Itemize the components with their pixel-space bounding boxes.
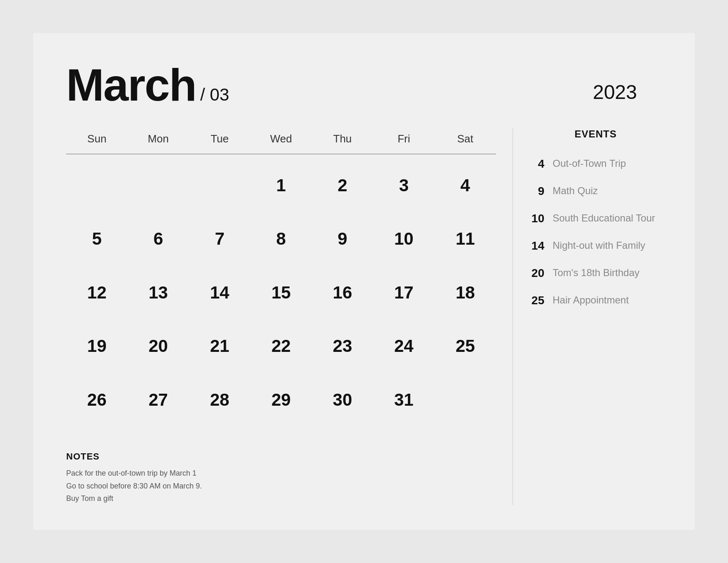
calendar-day: 0 (127, 163, 189, 208)
calendar-day: 16 (312, 270, 373, 315)
calendar-day: 0 (189, 163, 250, 208)
calendar-day: 11 (435, 216, 496, 262)
event-name: Tom's 18th Birthday (553, 266, 639, 280)
event-name: Math Quiz (553, 184, 598, 198)
day-header-fri: Fri (373, 128, 434, 149)
calendar-day: 6 (127, 216, 189, 262)
calendar-day: 5 (66, 216, 127, 262)
calendar-day: 2 (312, 163, 373, 208)
calendar-divider (66, 154, 496, 154)
month-title: March / 03 (66, 62, 229, 108)
event-item: 25Hair Appointment (529, 293, 662, 307)
day-headers: Sun Mon Tue Wed Thu Fri Sat (66, 128, 496, 149)
event-name: South Educational Tour (553, 211, 655, 225)
event-day: 20 (529, 266, 544, 280)
calendar-day: 3 (373, 163, 434, 208)
calendar-day: 12 (66, 270, 127, 315)
calendar-day: 0 (66, 163, 127, 208)
calendar-day: 14 (189, 270, 250, 315)
calendar-day: 17 (373, 270, 434, 315)
calendar-day: 13 (127, 270, 189, 315)
event-item: 20Tom's 18th Birthday (529, 266, 662, 280)
note-line: Go to school before 8:30 AM on March 9. (66, 480, 496, 493)
notes-title: NOTES (66, 451, 496, 462)
events-list: 4Out-of-Town Trip9Math Quiz10South Educa… (529, 156, 662, 320)
day-header-sun: Sun (66, 128, 127, 149)
events-section: EVENTS 4Out-of-Town Trip9Math Quiz10Sout… (529, 128, 662, 505)
calendar-section: Sun Mon Tue Wed Thu Fri Sat 000123456789… (66, 128, 496, 505)
event-name: Hair Appointment (553, 293, 629, 307)
calendar-day: 0 (435, 377, 496, 423)
month-name: March (66, 62, 196, 108)
calendar-day: 29 (250, 377, 311, 423)
divider-vertical (512, 128, 513, 505)
main-content: Sun Mon Tue Wed Thu Fri Sat 000123456789… (66, 128, 662, 505)
calendar-day: 19 (66, 323, 127, 369)
event-day: 9 (529, 184, 544, 198)
event-name: Night-out with Family (553, 238, 645, 253)
events-title: EVENTS (529, 128, 662, 140)
event-item: 9Math Quiz (529, 184, 662, 198)
day-header-mon: Mon (127, 128, 189, 149)
day-header-thu: Thu (312, 128, 373, 149)
note-line: Buy Tom a gift (66, 492, 496, 505)
calendar-day: 10 (373, 216, 434, 262)
calendar-day: 7 (189, 216, 250, 262)
calendar-day: 1 (250, 163, 311, 208)
event-day: 4 (529, 156, 544, 171)
event-item: 14Night-out with Family (529, 238, 662, 253)
note-line: Pack for the out-of-town trip by March 1 (66, 467, 496, 480)
notes-text: Pack for the out-of-town trip by March 1… (66, 467, 496, 505)
calendar-day: 15 (250, 270, 311, 315)
event-day: 14 (529, 238, 544, 253)
event-day: 25 (529, 293, 544, 307)
calendar-day: 27 (127, 377, 189, 423)
calendar-day: 20 (127, 323, 189, 369)
calendar-day: 30 (312, 377, 373, 423)
day-header-wed: Wed (250, 128, 311, 149)
calendar-day: 8 (250, 216, 311, 262)
event-item: 10South Educational Tour (529, 211, 662, 225)
calendar-container: March / 03 2023 Sun Mon Tue Wed Thu Fri … (33, 33, 695, 530)
calendar-day: 24 (373, 323, 434, 369)
day-header-sat: Sat (435, 128, 496, 149)
calendar-day: 22 (250, 323, 311, 369)
calendar-grid: 0001234567891011121314151617181920212223… (66, 163, 496, 431)
calendar-day: 28 (189, 377, 250, 423)
notes-section: NOTES Pack for the out-of-town trip by M… (66, 443, 496, 505)
event-name: Out-of-Town Trip (553, 156, 626, 171)
calendar-day: 9 (312, 216, 373, 262)
calendar-day: 21 (189, 323, 250, 369)
month-number: / 03 (200, 85, 229, 105)
calendar-day: 31 (373, 377, 434, 423)
calendar-day: 18 (435, 270, 496, 315)
year: 2023 (593, 81, 662, 108)
calendar-day: 4 (435, 163, 496, 208)
day-header-tue: Tue (189, 128, 250, 149)
header-row: March / 03 2023 (66, 62, 662, 108)
calendar-day: 25 (435, 323, 496, 369)
calendar-day: 23 (312, 323, 373, 369)
event-day: 10 (529, 211, 544, 225)
event-item: 4Out-of-Town Trip (529, 156, 662, 171)
calendar-day: 26 (66, 377, 127, 423)
